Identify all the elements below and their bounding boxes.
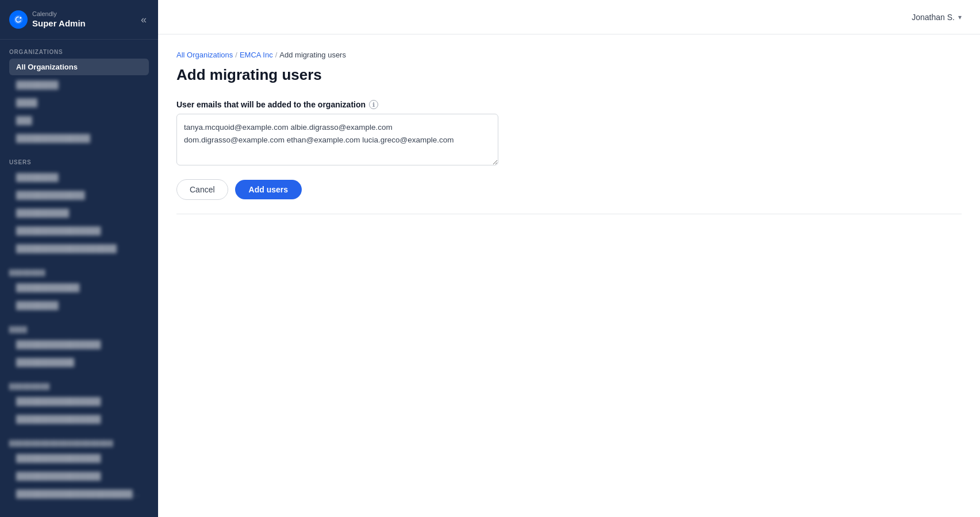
breadcrumb-all-orgs[interactable]: All Organizations	[176, 51, 233, 59]
topbar: Jonathan S. ▾	[158, 0, 980, 34]
page-title: Add migrating users	[176, 66, 962, 84]
sidebar-item-users-5[interactable]: ███████████████████	[9, 240, 149, 257]
sidebar-section-organizations: ORGANIZATIONS All Organizations ████████…	[0, 40, 158, 150]
sidebar-item-blurred-4[interactable]: ██████████████	[9, 130, 149, 146]
sidebar-item-users-2[interactable]: █████████████	[9, 187, 149, 203]
sidebar-section-user-admin: ███████████████████████ ████████████████…	[0, 431, 158, 506]
sidebar-item-blurred-3[interactable]: ███	[9, 112, 149, 129]
brand-name: Calendly	[32, 10, 86, 18]
calendly-logo-icon	[9, 10, 28, 29]
sidebar-section-logs: ████ ████████████████ ███████████	[0, 317, 158, 374]
section-title-organizations: ORGANIZATIONS	[9, 49, 149, 55]
sidebar-section-blurred1: ████████ ████████████ ████████	[0, 260, 158, 317]
sidebar-item-blurred-1[interactable]: ████████	[9, 76, 149, 93]
user-name: Jonathan S.	[912, 13, 955, 22]
sidebar-item-users-1[interactable]: ████████	[9, 169, 149, 186]
add-users-button[interactable]: Add users	[235, 180, 302, 199]
sidebar-item-b2-1[interactable]: ████████████████	[9, 393, 149, 410]
sidebar-section-blurred2: █████████ ████████████████ █████████████…	[0, 374, 158, 431]
logo-text: Calendly Super Admin	[32, 10, 86, 28]
sidebar-item-logs-1[interactable]: ████████████████	[9, 336, 149, 353]
section-title-user-admin: ███████████████████████	[9, 440, 149, 446]
chevron-down-icon: ▾	[958, 13, 962, 21]
breadcrumb: All Organizations / EMCA Inc / Add migra…	[176, 51, 962, 59]
sidebar: Calendly Super Admin « ORGANIZATIONS All…	[0, 0, 158, 517]
sidebar-item-uam-1[interactable]: ████████████████	[9, 450, 149, 466]
sidebar-section-users: USERS ████████ █████████████ ██████████ …	[0, 150, 158, 260]
sidebar-item-uam-2[interactable]: ████████████████	[9, 468, 149, 484]
breadcrumb-org-name[interactable]: EMCA Inc	[240, 51, 273, 59]
breadcrumb-sep-1: /	[235, 51, 237, 59]
sidebar-header: Calendly Super Admin «	[0, 0, 158, 40]
form-button-row: Cancel Add users	[176, 179, 498, 200]
add-users-form: User emails that will be added to the or…	[176, 100, 498, 200]
sidebar-item-uam-3[interactable]: ████████████████████████	[9, 485, 149, 502]
breadcrumb-sep-2: /	[275, 51, 278, 59]
section-title-blurred1: ████████	[9, 269, 149, 276]
logo-area: Calendly Super Admin	[9, 10, 86, 29]
info-icon[interactable]: ℹ	[369, 100, 378, 109]
collapse-sidebar-button[interactable]: «	[139, 11, 149, 28]
email-textarea[interactable]: tanya.mcquoid@example.com albie.digrasso…	[176, 114, 498, 165]
sidebar-item-blurred-2[interactable]: ████	[9, 94, 149, 111]
section-title-logs: ████	[9, 326, 149, 333]
sidebar-item-all-organizations[interactable]: All Organizations	[9, 59, 149, 75]
sidebar-item-users-3[interactable]: ██████████	[9, 205, 149, 221]
main-content: Jonathan S. ▾ All Organizations / EMCA I…	[158, 0, 980, 517]
page-content: All Organizations / EMCA Inc / Add migra…	[158, 34, 980, 517]
breadcrumb-current: Add migrating users	[279, 51, 346, 59]
sidebar-item-b1-1[interactable]: ████████████	[9, 279, 149, 296]
sidebar-item-b2-2[interactable]: ████████████████	[9, 411, 149, 427]
svg-point-1	[20, 17, 21, 19]
sidebar-item-users-4[interactable]: ████████████████	[9, 222, 149, 239]
sidebar-item-b1-2[interactable]: ████████	[9, 297, 149, 314]
app-title: Super Admin	[32, 18, 86, 29]
content-divider	[176, 214, 962, 214]
cancel-button[interactable]: Cancel	[176, 179, 228, 200]
email-field-label-text: User emails that will be added to the or…	[176, 100, 366, 109]
section-title-blurred2: █████████	[9, 383, 149, 389]
section-title-users: USERS	[9, 159, 149, 165]
email-field-label: User emails that will be added to the or…	[176, 100, 498, 109]
user-menu[interactable]: Jonathan S. ▾	[912, 13, 962, 22]
sidebar-item-logs-2[interactable]: ███████████	[9, 354, 149, 371]
